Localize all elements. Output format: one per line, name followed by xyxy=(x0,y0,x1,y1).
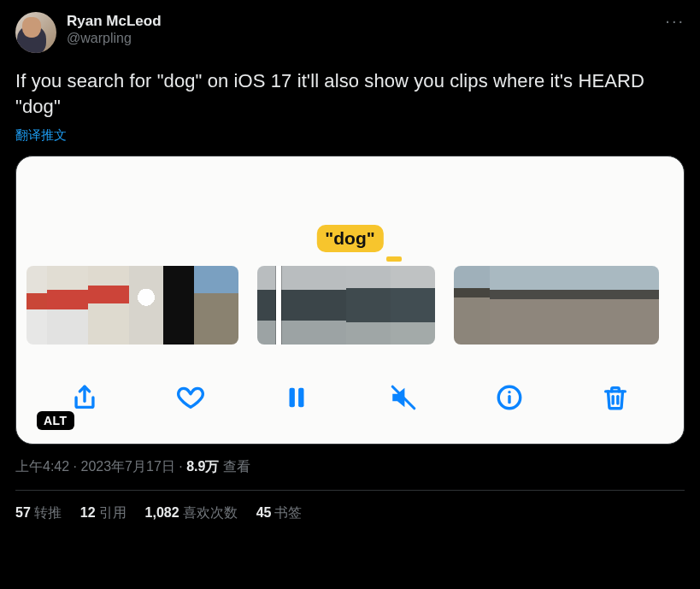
search-tag-marker xyxy=(386,256,402,262)
mute-button[interactable] xyxy=(385,380,421,415)
heart-icon xyxy=(176,383,205,412)
search-tag: "dog" xyxy=(316,225,383,252)
video-frame xyxy=(346,266,391,345)
stat-count: 45 xyxy=(256,505,272,520)
tweet-meta: 上午4:42 · 2023年7月17日 · 8.9万 查看 xyxy=(15,458,685,476)
video-frame xyxy=(562,266,597,345)
pause-button[interactable] xyxy=(279,380,315,415)
clip-group-3[interactable] xyxy=(454,266,659,345)
share-icon xyxy=(70,383,99,412)
video-frame xyxy=(163,266,194,345)
tweet-text: If you search for "dog" on iOS 17 it'll … xyxy=(15,68,685,119)
stat-label: 引用 xyxy=(99,505,126,520)
display-name: Ryan McLeod xyxy=(67,12,162,30)
share-button[interactable] xyxy=(67,380,103,415)
stat-count: 12 xyxy=(80,505,96,520)
tweet-header: Ryan McLeod @warpling ··· xyxy=(15,12,685,53)
tweet-container: Ryan McLeod @warpling ··· If you search … xyxy=(0,0,700,534)
clip-group-1[interactable] xyxy=(26,266,238,345)
stat-likes[interactable]: 1,082喜欢次数 xyxy=(145,504,238,522)
stat-label: 转推 xyxy=(34,505,62,520)
video-frame xyxy=(194,266,238,345)
alt-badge[interactable]: ALT xyxy=(37,411,74,430)
like-button[interactable] xyxy=(173,380,209,415)
svg-rect-1 xyxy=(299,388,304,408)
translate-link[interactable]: 翻译推文 xyxy=(15,127,67,144)
video-frame xyxy=(454,266,490,345)
divider xyxy=(15,490,685,491)
info-icon xyxy=(495,383,524,412)
stat-retweets[interactable]: 57转推 xyxy=(15,504,62,522)
stat-bookmarks[interactable]: 45书签 xyxy=(256,504,303,522)
video-timeline[interactable] xyxy=(16,266,684,345)
video-frame xyxy=(490,266,526,345)
pause-icon xyxy=(282,383,311,412)
views-count: 8.9万 xyxy=(186,459,219,474)
tweet-time[interactable]: 上午4:42 xyxy=(15,459,69,474)
video-frame xyxy=(526,266,562,345)
stat-count: 57 xyxy=(15,505,31,520)
media-toolbar xyxy=(16,360,684,444)
views-label: 查看 xyxy=(219,459,250,474)
stat-label: 喜欢次数 xyxy=(183,505,238,520)
video-frame xyxy=(47,266,88,345)
video-frame xyxy=(633,266,659,345)
trash-button[interactable] xyxy=(597,380,633,415)
more-button[interactable]: ··· xyxy=(665,12,685,29)
tweet-date[interactable]: 2023年7月17日 xyxy=(80,459,174,474)
media-card[interactable]: "dog" xyxy=(15,156,685,445)
stat-label: 书签 xyxy=(274,505,302,520)
info-button[interactable] xyxy=(491,380,527,415)
tweet-stats: 57转推 12引用 1,082喜欢次数 45书签 xyxy=(15,504,685,522)
stat-quotes[interactable]: 12引用 xyxy=(80,504,126,522)
stat-count: 1,082 xyxy=(145,505,179,520)
avatar[interactable] xyxy=(15,12,56,53)
video-frame xyxy=(391,266,435,345)
trash-icon xyxy=(601,383,630,412)
video-frame xyxy=(88,266,129,345)
video-frame xyxy=(26,266,47,345)
playhead[interactable] xyxy=(276,266,281,345)
video-frame xyxy=(597,266,633,345)
author-block[interactable]: Ryan McLeod @warpling xyxy=(67,12,162,47)
video-frame xyxy=(129,266,163,345)
handle: @warpling xyxy=(67,30,162,47)
video-frame xyxy=(302,266,346,345)
clip-group-2[interactable] xyxy=(257,266,435,345)
svg-rect-0 xyxy=(290,388,295,408)
mute-icon xyxy=(389,383,418,412)
